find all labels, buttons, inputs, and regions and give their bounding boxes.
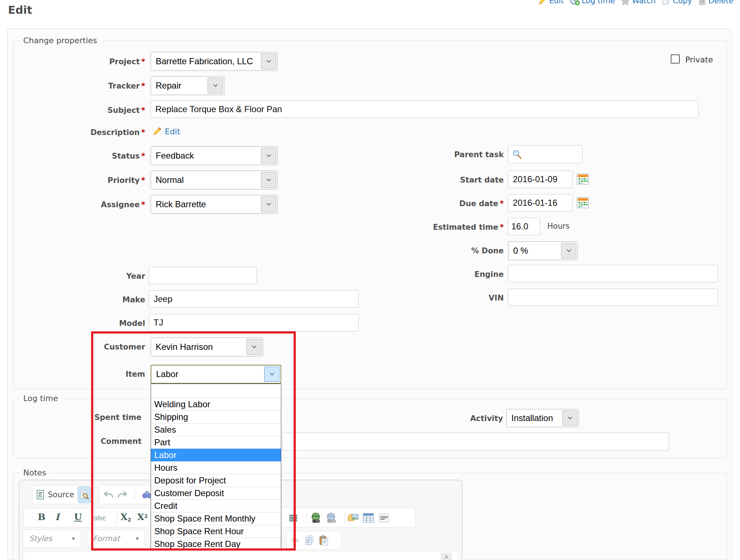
private-label: Private bbox=[685, 55, 713, 64]
start-date-input[interactable] bbox=[508, 171, 573, 188]
customer-select[interactable]: Kevin Harrison bbox=[151, 338, 263, 356]
paste-icon[interactable] bbox=[319, 535, 328, 545]
estimated-time-label: Estimated time* bbox=[327, 222, 504, 232]
issue-edit-page: Edit Log time Watch Copy Delete Edit Cha… bbox=[0, 0, 740, 560]
toolbar-separator bbox=[345, 512, 345, 523]
chevron-down-icon bbox=[561, 243, 576, 259]
year-input[interactable] bbox=[149, 267, 257, 284]
insert-table-icon[interactable] bbox=[363, 513, 374, 523]
tracker-label: Tracker* bbox=[22, 81, 145, 91]
watch-action-link[interactable]: Watch bbox=[621, 0, 655, 5]
source-button[interactable]: Source bbox=[48, 490, 74, 499]
chevron-down-icon bbox=[261, 53, 276, 69]
due-date-input[interactable] bbox=[508, 194, 573, 212]
subscript-button[interactable]: X2 bbox=[120, 512, 131, 523]
chevron-down-icon bbox=[246, 339, 262, 355]
bold-button[interactable]: B bbox=[38, 512, 45, 522]
toolbar-separator bbox=[134, 489, 135, 500]
dropdown-option[interactable]: Shipping bbox=[151, 410, 281, 423]
engine-label: Engine bbox=[327, 270, 504, 279]
superscript-button[interactable]: X2 bbox=[137, 512, 148, 522]
source-icon[interactable] bbox=[36, 490, 44, 499]
spent-time-label: Spent time bbox=[22, 413, 142, 422]
percent-done-select[interactable]: 0 % bbox=[508, 241, 578, 260]
comment-input[interactable] bbox=[282, 433, 669, 451]
clock-plus-icon bbox=[570, 0, 580, 5]
vin-input[interactable] bbox=[508, 289, 718, 306]
activity-select[interactable]: Installation bbox=[506, 409, 579, 427]
priority-select[interactable]: Normal bbox=[151, 171, 278, 189]
chevron-down-icon bbox=[264, 367, 279, 382]
link-globe-icon[interactable] bbox=[310, 512, 322, 523]
edit-action-link[interactable]: Edit bbox=[538, 0, 564, 5]
dropdown-option[interactable] bbox=[151, 384, 281, 398]
italic-button[interactable]: I bbox=[55, 512, 60, 522]
strikethrough-button[interactable]: abc bbox=[94, 514, 106, 522]
styles-dropdown[interactable]: Styles▾ bbox=[23, 530, 81, 548]
calendar-icon[interactable] bbox=[577, 173, 589, 185]
status-select[interactable]: Feedback bbox=[151, 146, 278, 165]
dropdown-option[interactable]: Shop Space Rent Day bbox=[151, 537, 281, 550]
toolbar-group-clipboard: ✂ bbox=[286, 531, 342, 550]
horizontal-rule-icon[interactable] bbox=[379, 514, 389, 522]
percent-done-label: % Done bbox=[327, 246, 504, 256]
project-select[interactable]: Barrette Fabrication, LLC bbox=[151, 52, 278, 71]
calendar-icon[interactable] bbox=[577, 197, 589, 208]
page-title: Edit bbox=[8, 4, 32, 16]
dropdown-option[interactable]: Hours bbox=[151, 461, 281, 474]
dropdown-option[interactable]: Shop Space Rent Hour bbox=[151, 525, 281, 537]
undo-icon[interactable] bbox=[104, 491, 113, 498]
dropdown-option[interactable]: Customer Deposit bbox=[151, 487, 281, 499]
activity-label: Activity bbox=[394, 414, 503, 423]
model-input[interactable] bbox=[149, 314, 359, 331]
priority-label: Priority* bbox=[22, 176, 145, 185]
description-label: Description* bbox=[22, 128, 145, 137]
dropdown-option[interactable]: Deposit for Project bbox=[151, 474, 281, 487]
scrollbar-up-button[interactable]: ∧ bbox=[441, 553, 452, 560]
dropdown-option-selected[interactable]: Labor bbox=[151, 449, 281, 461]
parent-task-input[interactable] bbox=[508, 145, 582, 163]
redo-icon[interactable] bbox=[118, 491, 127, 498]
dropdown-option[interactable]: Shop Space Rent Monthly bbox=[151, 512, 281, 525]
copy-doc-icon[interactable] bbox=[304, 535, 314, 545]
model-label: Model bbox=[22, 319, 145, 328]
underline-button[interactable]: U bbox=[74, 512, 82, 522]
private-checkbox[interactable] bbox=[671, 54, 680, 64]
assignee-select[interactable]: Rick Barrette bbox=[151, 195, 278, 214]
preview-button[interactable] bbox=[78, 486, 91, 503]
vin-label: VIN bbox=[327, 293, 504, 303]
notes-legend: Notes bbox=[20, 468, 50, 478]
star-icon bbox=[621, 0, 630, 5]
parent-task-label: Parent task bbox=[327, 150, 504, 159]
customer-label: Customer bbox=[22, 342, 145, 352]
insert-image-icon[interactable] bbox=[348, 513, 359, 523]
description-edit-link[interactable]: Edit bbox=[152, 127, 180, 136]
caret-down-icon: ▾ bbox=[72, 535, 75, 542]
notes-editing-area[interactable] bbox=[24, 552, 457, 560]
toolbar-group-source: Source bbox=[32, 485, 95, 504]
delete-action-link[interactable]: Delete bbox=[698, 0, 733, 5]
item-dropdown-list: Welding Labor Shipping Sales Part Labor … bbox=[151, 384, 281, 551]
dropdown-option[interactable]: Sales bbox=[151, 423, 281, 436]
item-label: Item bbox=[22, 369, 145, 379]
dropdown-option[interactable]: Welding Labor bbox=[151, 398, 281, 410]
tracker-select[interactable]: Repair bbox=[151, 76, 224, 95]
document-magnifier-icon bbox=[79, 490, 89, 499]
dropdown-option[interactable]: Credit bbox=[151, 499, 281, 512]
pencil-icon bbox=[152, 127, 162, 136]
caret-down-icon: ▾ bbox=[136, 535, 139, 542]
estimated-time-input[interactable] bbox=[508, 218, 540, 235]
subject-input[interactable] bbox=[151, 101, 699, 118]
engine-input[interactable] bbox=[508, 265, 718, 282]
contextual-actions: Edit Log time Watch Copy Delete bbox=[538, 0, 733, 5]
log-time-action-link[interactable]: Log time bbox=[570, 0, 615, 5]
format-dropdown[interactable]: Format▾ bbox=[87, 530, 145, 548]
unlink-globe-icon[interactable] bbox=[325, 512, 337, 523]
copy-action-link[interactable]: Copy bbox=[662, 0, 692, 5]
cut-icon[interactable]: ✂ bbox=[291, 535, 299, 547]
dropdown-option[interactable]: Part bbox=[151, 436, 281, 449]
justify-block-icon[interactable] bbox=[289, 515, 298, 522]
chevron-down-icon bbox=[261, 148, 276, 164]
hours-suffix: Hours bbox=[547, 222, 570, 230]
item-select[interactable]: Labor bbox=[151, 365, 281, 384]
